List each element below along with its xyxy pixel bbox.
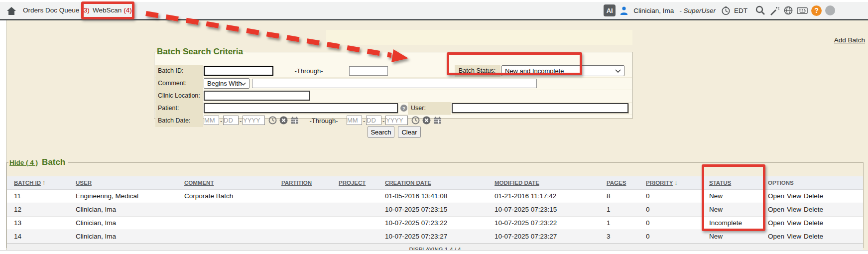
clock-icon [721,6,731,15]
batch-table: BATCH ID↑ USER COMMENT PARTITION PROJECT… [7,176,863,254]
cell-options: OpenViewDelete [761,230,863,243]
col-header-creation-date[interactable]: CREATION DATE [378,176,488,189]
nav-webscan-label: WebScan [93,6,122,14]
cell-options: OpenViewDelete [761,189,863,203]
batch-status-label: Batch Status: [455,65,500,77]
batch-date-to-mm-input[interactable] [347,116,362,125]
time-picker-icon[interactable] [268,116,277,125]
cell-creation-date: 10-07-2025 07:23:15 [378,203,488,216]
calendar-icon[interactable] [433,116,442,125]
open-link[interactable]: Open [768,219,784,227]
add-batch-link[interactable]: Add Batch [834,36,865,44]
highlight-strip [326,30,632,45]
date-separator: - [363,115,365,127]
comment-input[interactable] [252,79,537,88]
delete-link[interactable]: Delete [804,233,823,240]
user-avatar-icon [619,5,629,15]
delete-link[interactable]: Delete [804,192,823,200]
top-navigation-bar: Orders Doc Queue(3) WebScan(4) AI Clinic… [0,2,868,20]
user-label: User: [408,102,451,115]
patient-label: Patient: [155,102,203,115]
date-separator: - [220,115,222,127]
nav-orders-label: Orders [23,6,43,14]
through-label-1: -Through- [269,65,349,77]
clear-date-icon[interactable] [279,116,288,125]
hide-results-link[interactable]: Hide ( 4 ) [9,159,38,166]
clinic-location-input[interactable] [204,91,310,101]
cell-pages: 1 [600,216,639,230]
view-link[interactable]: View [787,219,801,227]
cell-options: OpenViewDelete [761,203,863,216]
cell-creation-date: 10-07-2025 07:23:22 [378,216,488,230]
batch-date-from-mm-input[interactable] [204,116,219,125]
col-header-project[interactable]: PROJECT [332,176,378,189]
view-link[interactable]: View [787,192,801,200]
nav-doc-queue-label: Doc Queue [45,6,79,14]
help-icon[interactable]: ? [811,5,822,16]
home-icon[interactable] [6,6,16,15]
col-header-user[interactable]: USER [69,176,177,189]
col-header-batch-id[interactable]: BATCH ID↑ [7,176,69,189]
topbar-right-cluster: AI Clinician, Ima - SuperUser EDT [604,2,835,19]
keyboard-icon[interactable] [797,6,808,15]
comment-label: Comment: [155,77,203,90]
cell-priority: 0 [639,189,702,203]
search-icon[interactable] [755,5,766,16]
view-link[interactable]: View [787,206,801,213]
batch-date-from-dd-input[interactable] [223,116,239,125]
col-header-status[interactable]: STATUS [702,176,761,189]
cell-modified-date: 10-07-2025 07:23:15 [488,203,600,216]
col-header-partition[interactable]: PARTITION [274,176,332,189]
batch-section-title: Batch [42,157,65,167]
nav-doc-queue[interactable]: Doc Queue(3) [45,2,90,19]
batch-date-from-yyyy-input[interactable] [243,116,265,125]
delete-link[interactable]: Delete [804,206,823,213]
globe-icon[interactable] [783,5,793,15]
cell-priority: 0 [639,230,702,243]
open-link[interactable]: Open [768,233,784,240]
delete-link[interactable]: Delete [804,219,823,227]
cell-batch-id: 13 [7,216,69,230]
calendar-icon[interactable] [290,116,299,125]
col-header-modified-date[interactable]: MODIFIED DATE [488,176,600,189]
ai-badge[interactable]: AI [604,4,616,16]
search-button[interactable]: Search [368,126,394,138]
cell-partition [274,216,332,230]
cell-modified-date: 10-07-2025 07:23:27 [488,230,600,243]
batch-id-to-input[interactable] [349,66,388,76]
nav-orders[interactable]: Orders [23,2,43,19]
cell-comment [177,230,274,243]
open-link[interactable]: Open [768,206,784,213]
cell-batch-id: 14 [7,230,69,243]
timezone-label: EDT [734,7,747,14]
comment-match-select[interactable]: Begins With [204,78,249,89]
view-link[interactable]: View [787,233,801,240]
cell-status: Incomplete [702,216,761,230]
batch-date-to-dd-input[interactable] [366,116,381,125]
patient-input[interactable] [204,103,398,113]
time-picker-icon[interactable] [411,116,420,125]
date-separator: - [382,115,384,127]
cell-pages: 1 [600,203,639,216]
col-header-priority[interactable]: PRIORITY↓ [639,176,702,189]
batch-id-from-input[interactable] [204,66,273,76]
batch-date-to-yyyy-input[interactable] [385,116,408,125]
clear-button[interactable]: Clear [398,126,421,138]
batch-date-label: Batch Date: [155,115,203,127]
open-link[interactable]: Open [768,192,784,200]
wand-icon[interactable] [769,5,780,16]
clinic-location-label: Clinic Location: [155,90,203,102]
col-header-pages[interactable]: PAGES [600,176,639,189]
col-header-comment[interactable]: COMMENT [177,176,274,189]
cell-user: Clinician, Ima [69,216,177,230]
cell-user: Clinician, Ima [69,203,177,216]
cell-comment: Corporate Batch [177,189,274,203]
nav-webscan[interactable]: WebScan(4) [93,2,132,19]
user-input[interactable] [452,103,628,113]
clear-date-icon[interactable] [422,116,431,125]
patient-help-icon[interactable]: ? [400,105,407,112]
batch-status-select[interactable]: New and Incomplete [501,65,624,76]
cell-priority: 0 [639,216,702,230]
cell-user: Engineering, Medical [69,189,177,203]
cell-project [332,216,378,230]
